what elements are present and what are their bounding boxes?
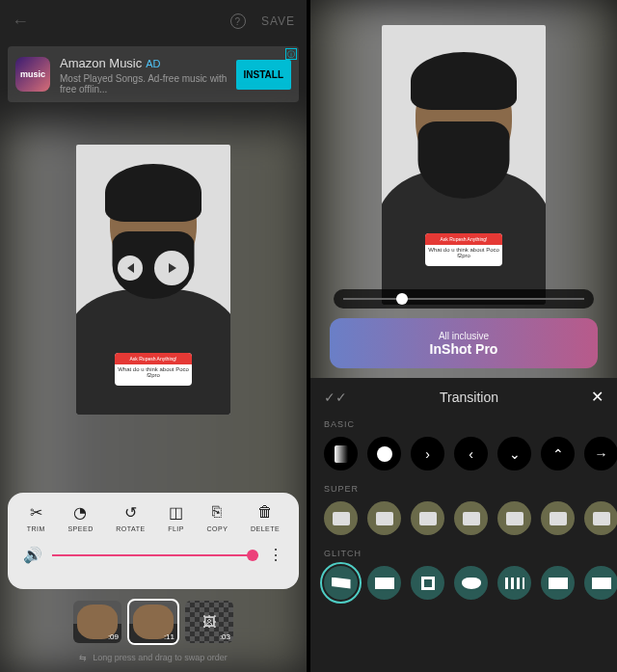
rotate-button[interactable]: ↺ROTATE — [116, 502, 145, 532]
video-sticker: Ask Rupesh Anything! What do u think abo… — [115, 353, 192, 386]
transition-glitch-item[interactable] — [411, 566, 444, 600]
transition-glitch-item[interactable] — [454, 566, 488, 600]
transition-glitch-item[interactable] — [324, 566, 358, 600]
play-button[interactable] — [154, 251, 189, 285]
back-icon[interactable]: ← — [12, 12, 29, 32]
transition-super-item[interactable] — [497, 501, 531, 535]
transition-basic-arrow[interactable]: → — [584, 437, 617, 470]
ad-tag: AD — [146, 58, 160, 69]
apply-all-icon[interactable]: ✓✓ — [324, 390, 347, 405]
transition-glitch-item[interactable] — [497, 566, 531, 600]
volume-slider[interactable] — [52, 554, 258, 556]
edit-panel: ✂TRIM ◔SPEED ↺ROTATE ◫FLIP ⎘COPY 🗑DELETE… — [8, 493, 299, 589]
transition-basic-dissolve[interactable] — [367, 437, 401, 470]
transition-glitch-item[interactable] — [367, 566, 401, 600]
ad-banner[interactable]: music Amazon MusicAD Most Played Songs. … — [8, 46, 299, 102]
transition-super-item[interactable] — [411, 501, 444, 535]
ad-title: Amazon Music — [60, 56, 142, 70]
transition-title: Transition — [440, 390, 498, 405]
video-sticker: Ask Rupesh Anything! What do u think abo… — [425, 233, 502, 266]
clip-thumb[interactable]: :09 — [73, 601, 121, 643]
transition-basic-slide-left[interactable]: ‹ — [454, 437, 488, 470]
topbar: ← ? SAVE — [0, 0, 307, 42]
right-pane: Ask Rupesh Anything! What do u think abo… — [310, 0, 617, 672]
trim-button[interactable]: ✂TRIM — [27, 502, 45, 532]
section-glitch: GLITCH — [310, 545, 617, 560]
more-icon[interactable]: ⋮ — [268, 546, 283, 564]
speed-button[interactable]: ◔SPEED — [67, 502, 93, 532]
add-clip-button[interactable]: 🖼:03 — [185, 601, 233, 643]
transition-glitch-item[interactable] — [584, 566, 617, 600]
ad-app-icon: music — [15, 57, 50, 92]
copy-button[interactable]: ⎘COPY — [207, 502, 228, 532]
close-icon[interactable]: ✕ — [591, 388, 604, 406]
pro-banner[interactable]: All inclusive InShot Pro — [330, 318, 598, 368]
video-preview[interactable]: Ask Rupesh Anything! What do u think abo… — [382, 25, 546, 305]
timeline-slider[interactable] — [334, 289, 594, 309]
left-pane: ← ? SAVE music Amazon MusicAD Most Playe… — [0, 0, 307, 672]
transition-basic-slide-down[interactable]: ⌄ — [497, 437, 531, 470]
transition-panel: ✓✓ Transition ✕ BASIC › ‹ ⌄ ⌃ → SUPER GL… — [310, 378, 617, 672]
section-super: SUPER — [310, 480, 617, 496]
save-button[interactable]: SAVE — [261, 14, 295, 28]
transition-basic-fade[interactable] — [324, 437, 358, 470]
hint-text: ⇆Long press and drag to swap order — [0, 653, 307, 662]
volume-icon[interactable]: 🔊 — [23, 546, 42, 564]
transition-super-item[interactable] — [541, 501, 575, 535]
ad-install-button[interactable]: INSTALL — [236, 60, 291, 90]
transition-basic-slide-right[interactable]: › — [411, 437, 444, 470]
transition-super-item[interactable] — [584, 501, 617, 535]
ad-close-icon[interactable]: ⓘ — [285, 48, 297, 60]
delete-button[interactable]: 🗑DELETE — [251, 502, 280, 532]
ad-subtitle: Most Played Songs. Ad-free music with fr… — [60, 73, 236, 94]
flip-button[interactable]: ◫FLIP — [168, 502, 184, 532]
transition-glitch-item[interactable] — [541, 566, 575, 600]
clip-tray: :09 :11 🖼:03 — [0, 601, 307, 643]
transition-basic-slide-up[interactable]: ⌃ — [541, 437, 575, 470]
transition-super-item[interactable] — [367, 501, 401, 535]
transition-super-item[interactable] — [324, 501, 358, 535]
section-basic: BASIC — [310, 416, 617, 431]
clip-thumb[interactable]: :11 — [129, 601, 177, 643]
help-icon[interactable]: ? — [230, 13, 246, 29]
transition-super-item[interactable] — [454, 501, 488, 535]
prev-button[interactable] — [118, 255, 143, 281]
